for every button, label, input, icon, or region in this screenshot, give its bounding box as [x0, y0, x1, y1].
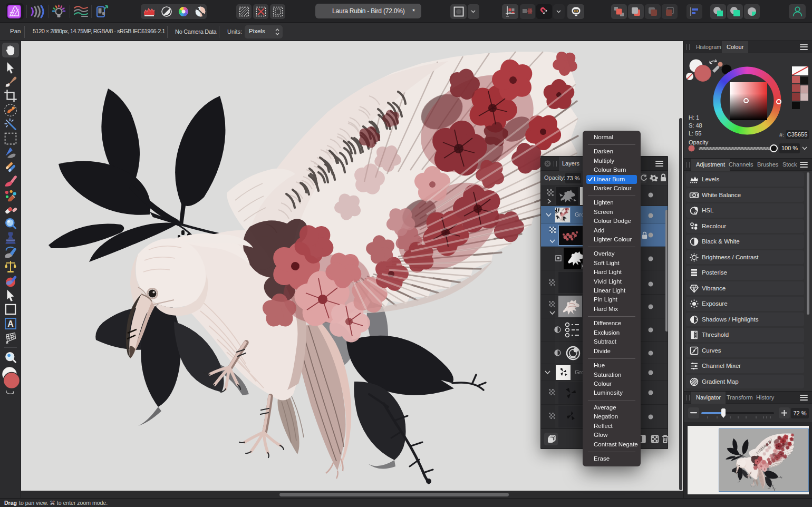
- svg-text:A: A: [7, 319, 14, 328]
